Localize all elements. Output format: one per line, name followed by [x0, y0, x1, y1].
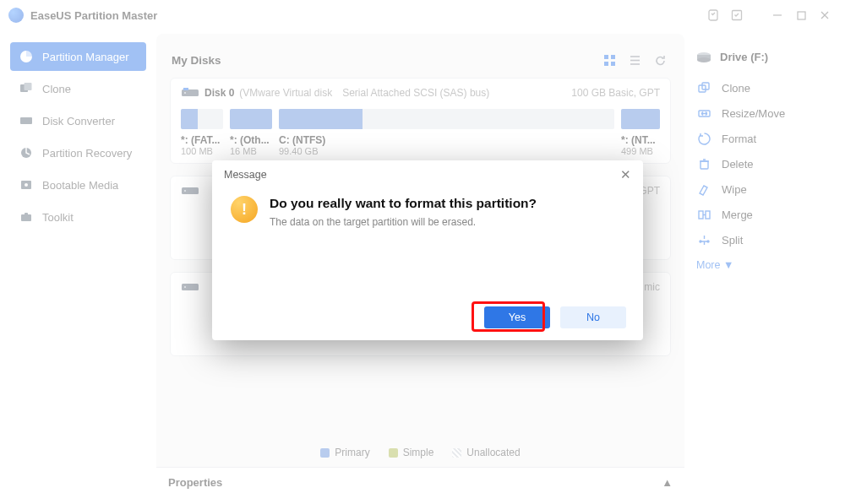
dialog-heading: Do you really want to format this partit… — [270, 196, 537, 211]
close-icon[interactable]: ✕ — [620, 167, 631, 182]
dialog-subtext: The data on the target partition will be… — [270, 216, 537, 228]
message-dialog: Message ✕ ! Do you really want to format… — [212, 160, 643, 340]
dialog-title: Message — [224, 169, 267, 181]
highlight-box — [472, 301, 545, 332]
warning-icon: ! — [231, 196, 258, 223]
button-label: No — [586, 312, 600, 323]
no-button[interactable]: No — [560, 306, 626, 328]
